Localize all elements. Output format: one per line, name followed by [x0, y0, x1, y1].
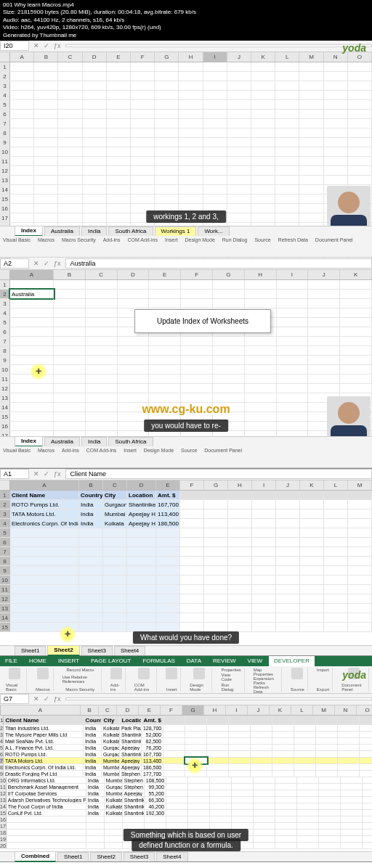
cell[interactable] [10, 403, 54, 412]
cell[interactable] [163, 758, 185, 763]
cell[interactable] [86, 422, 118, 430]
cell[interactable] [58, 100, 82, 109]
cell[interactable] [363, 823, 372, 829]
cell[interactable] [188, 823, 210, 829]
cell[interactable] [245, 280, 277, 289]
table-col-header[interactable]: City [103, 491, 127, 499]
col-header[interactable]: A [10, 52, 34, 62]
ribbon-item[interactable]: Design Mode [144, 448, 174, 453]
cell[interactable] [149, 299, 181, 308]
cell[interactable]: Shantinik [123, 797, 145, 803]
cell[interactable] [227, 128, 251, 137]
cell[interactable] [272, 751, 294, 757]
cell[interactable] [179, 157, 203, 165]
cell[interactable] [300, 519, 324, 528]
cell[interactable]: Kolkata [105, 803, 123, 809]
row-header[interactable]: 11 [0, 585, 10, 594]
cell[interactable] [204, 594, 228, 603]
cell[interactable] [107, 128, 131, 137]
cell[interactable]: Australia [10, 290, 54, 298]
cell[interactable] [277, 384, 309, 393]
cell[interactable] [103, 528, 127, 537]
tab-formulas[interactable]: FORMULAS [137, 656, 179, 666]
cell[interactable] [297, 790, 319, 796]
col-header[interactable]: C [103, 480, 127, 490]
col-header[interactable]: O [357, 705, 372, 715]
cell[interactable] [254, 790, 275, 796]
cell[interactable] [34, 91, 58, 99]
cell[interactable] [10, 585, 79, 594]
cell[interactable] [316, 725, 338, 731]
cell[interactable] [155, 100, 179, 109]
col-header[interactable]: B [81, 705, 99, 715]
cell[interactable] [163, 738, 185, 744]
cell[interactable] [254, 843, 275, 848]
cell[interactable] [86, 280, 118, 289]
cell[interactable] [131, 128, 155, 137]
cell[interactable] [180, 604, 204, 613]
row-header[interactable]: 14 [0, 613, 10, 622]
cell[interactable] [179, 185, 203, 194]
cell[interactable] [308, 280, 340, 289]
cell[interactable] [272, 758, 294, 763]
cell[interactable]: Shantiniketn [127, 500, 156, 509]
cell[interactable] [103, 623, 127, 631]
cell[interactable] [213, 356, 245, 364]
cell[interactable]: India [86, 797, 105, 803]
cell[interactable] [203, 176, 227, 184]
cell[interactable] [155, 147, 179, 156]
col-header[interactable]: B [79, 480, 103, 490]
cell[interactable] [297, 830, 319, 835]
cell[interactable] [348, 500, 372, 509]
cell[interactable] [227, 91, 251, 99]
cell[interactable] [348, 557, 372, 565]
cell[interactable] [10, 100, 34, 109]
enter-icon[interactable]: ✓ [44, 260, 49, 267]
cell[interactable] [245, 346, 277, 355]
cell[interactable]: 128,700 [142, 725, 163, 731]
cell[interactable] [149, 337, 181, 345]
cell[interactable] [207, 764, 229, 770]
cell[interactable]: Gurgaon [102, 745, 120, 750]
cell[interactable] [324, 500, 348, 509]
cell[interactable] [34, 128, 58, 137]
cell[interactable]: 99,300 [145, 784, 166, 790]
cell[interactable] [180, 594, 204, 603]
cell[interactable] [232, 803, 254, 809]
cell[interactable] [276, 538, 300, 546]
cell[interactable] [156, 528, 180, 537]
cell[interactable] [105, 823, 123, 829]
cell[interactable] [252, 576, 276, 584]
cell[interactable] [179, 176, 203, 184]
col-header[interactable]: G [155, 52, 179, 62]
cell[interactable] [10, 613, 79, 622]
cell[interactable] [10, 393, 54, 402]
table-col-header[interactable]: Client Name [4, 716, 84, 724]
cell[interactable] [210, 777, 232, 783]
cell[interactable] [340, 327, 372, 336]
cell[interactable] [228, 604, 252, 613]
cell[interactable] [203, 110, 227, 118]
cell[interactable] [319, 843, 341, 848]
cell[interactable] [275, 810, 297, 816]
cell[interactable] [86, 299, 118, 308]
ribbon-insert[interactable]: Insert [165, 237, 178, 242]
cell[interactable] [348, 100, 372, 109]
cell[interactable] [213, 393, 245, 402]
cell[interactable] [118, 290, 150, 298]
cell[interactable] [54, 365, 86, 374]
cell[interactable] [180, 528, 204, 537]
cell[interactable] [363, 784, 372, 790]
cell[interactable] [324, 176, 348, 184]
cell[interactable] [232, 823, 254, 829]
cell[interactable] [34, 147, 58, 156]
cell[interactable] [107, 157, 131, 165]
cell[interactable] [79, 613, 103, 622]
cell[interactable] [251, 738, 272, 744]
cell[interactable] [107, 91, 131, 99]
cell[interactable] [294, 732, 316, 737]
cell[interactable] [308, 308, 340, 317]
cell[interactable] [131, 72, 155, 81]
cell[interactable] [348, 72, 372, 81]
cell[interactable] [181, 365, 213, 374]
